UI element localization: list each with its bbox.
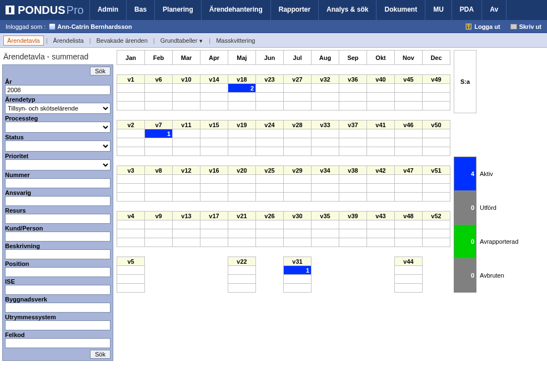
filter-label-utrymmessystem: Utrymmessystem xyxy=(5,314,111,320)
week-cell-v16[interactable]: v16 xyxy=(200,166,228,175)
filter-input-ise[interactable] xyxy=(5,285,111,295)
data-cell-v18-0[interactable]: 2 xyxy=(228,84,256,93)
mainmenu-item-rapporter[interactable]: Rapporter xyxy=(270,0,318,20)
week-cell-v38[interactable]: v38 xyxy=(339,166,367,175)
logout-link[interactable]: ⚿Logga ut xyxy=(465,23,500,31)
week-cell-v11[interactable]: v11 xyxy=(173,120,200,129)
empty-cell xyxy=(256,138,284,147)
week-cell-v1[interactable]: v1 xyxy=(117,75,145,84)
filter-input--rendetyp[interactable]: Tillsyn- och skötselärende xyxy=(5,103,111,114)
filter-input-felkod[interactable] xyxy=(5,338,111,348)
week-cell-v49[interactable]: v49 xyxy=(423,75,450,84)
week-cell-v19[interactable]: v19 xyxy=(228,120,256,129)
empty-cell xyxy=(145,93,173,102)
filter-input-resurs[interactable] xyxy=(5,214,111,224)
subtab-bevakade-renden[interactable]: Bevakade ärenden xyxy=(93,36,150,45)
week-cell-v15[interactable]: v15 xyxy=(200,120,228,129)
week-cell-v47[interactable]: v47 xyxy=(395,166,423,175)
filter-input-byggnadsverk[interactable] xyxy=(5,303,111,313)
data-cell-v7-0[interactable]: 1 xyxy=(145,129,173,138)
week-cell-v25[interactable]: v25 xyxy=(256,166,284,175)
week-cell-v9[interactable]: v9 xyxy=(145,212,173,220)
mainmenu-item-admin[interactable]: Admin xyxy=(89,0,126,20)
week-cell-v6[interactable]: v6 xyxy=(145,75,173,84)
empty-cell xyxy=(173,129,200,138)
filter-input-status[interactable] xyxy=(5,140,111,152)
week-cell-v46[interactable]: v46 xyxy=(395,120,423,129)
week-cell-v35[interactable]: v35 xyxy=(312,212,339,220)
mainmenu-item-bas[interactable]: Bas xyxy=(126,0,154,20)
week-cell-v32[interactable]: v32 xyxy=(312,75,339,84)
subtab-masskvittering[interactable]: Masskvittering xyxy=(213,36,258,45)
week-cell-v27[interactable]: v27 xyxy=(284,75,312,84)
week-cell-v45[interactable]: v45 xyxy=(395,75,423,84)
data-cell-v31-0[interactable]: 1 xyxy=(284,266,312,275)
legend-count-utförd: 0 xyxy=(454,190,476,224)
empty-cell xyxy=(145,147,173,156)
week-cell-v37[interactable]: v37 xyxy=(339,120,367,129)
mainmenu-item-pda[interactable]: PDA xyxy=(451,0,481,20)
week-cell-v48[interactable]: v48 xyxy=(395,212,423,220)
week-cell-v18[interactable]: v18 xyxy=(228,75,256,84)
week-cell-v2[interactable]: v2 xyxy=(117,120,145,129)
week-cell-v28[interactable]: v28 xyxy=(284,120,312,129)
week-cell-v24[interactable]: v24 xyxy=(256,120,284,129)
week-cell-v43[interactable]: v43 xyxy=(367,212,395,220)
week-cell-v17[interactable]: v17 xyxy=(200,212,228,220)
filter-input-prioritet[interactable] xyxy=(5,159,111,170)
filter-input-kund-person[interactable] xyxy=(5,232,111,242)
week-cell-v31[interactable]: v31 xyxy=(284,257,312,266)
week-cell-v23[interactable]: v23 xyxy=(256,75,284,84)
mainmenu-item-mu[interactable]: MU xyxy=(425,0,451,20)
subtab--rendetavla[interactable]: Ärendetavla xyxy=(3,36,44,46)
filter-input--r[interactable] xyxy=(5,85,111,95)
subtab--rendelista[interactable]: Ärendelista xyxy=(50,36,87,45)
week-cell-v8[interactable]: v8 xyxy=(145,166,173,175)
week-cell-v50[interactable]: v50 xyxy=(423,120,450,129)
filter-input-position[interactable] xyxy=(5,267,111,277)
week-cell-v26[interactable]: v26 xyxy=(256,212,284,220)
mainmenu-item--rendehantering[interactable]: Ärendehantering xyxy=(201,0,270,20)
week-cell-v52[interactable]: v52 xyxy=(423,212,450,220)
week-cell-v41[interactable]: v41 xyxy=(367,120,395,129)
search-button-bottom[interactable]: Sök xyxy=(90,350,111,359)
mainmenu-item-av[interactable]: Av xyxy=(481,0,506,20)
mainmenu-item-planering[interactable]: Planering xyxy=(154,0,201,20)
week-cell-v10[interactable]: v10 xyxy=(173,75,200,84)
filter-input-utrymmessystem[interactable] xyxy=(5,320,111,330)
filter-label-ansvarig: Ansvarig xyxy=(5,189,111,196)
search-button-top[interactable]: Sök xyxy=(90,67,111,76)
filter-input-nummer[interactable] xyxy=(5,178,111,188)
mainmenu-item-dokument[interactable]: Dokument xyxy=(376,0,425,20)
week-cell-v4[interactable]: v4 xyxy=(117,212,145,220)
week-cell-v42[interactable]: v42 xyxy=(367,166,395,175)
week-cell-v5[interactable]: v5 xyxy=(117,257,145,266)
week-cell-v3[interactable]: v3 xyxy=(117,166,145,175)
week-cell-v12[interactable]: v12 xyxy=(173,166,200,175)
subtab-grundtabeller[interactable]: Grundtabeller▼ xyxy=(157,36,207,45)
week-cell-v29[interactable]: v29 xyxy=(284,166,312,175)
print-link[interactable]: Skriv ut xyxy=(510,23,541,30)
week-cell-v30[interactable]: v30 xyxy=(284,212,312,220)
week-cell-v36[interactable]: v36 xyxy=(339,75,367,84)
week-cell-v13[interactable]: v13 xyxy=(173,212,200,220)
week-cell-v34[interactable]: v34 xyxy=(312,166,339,175)
week-cell-v14[interactable]: v14 xyxy=(200,75,228,84)
filter-input-processteg[interactable] xyxy=(5,122,111,133)
mainmenu-item-analys-s-k[interactable]: Analys & sök xyxy=(318,0,376,20)
week-cell-v40[interactable]: v40 xyxy=(367,75,395,84)
chevron-down-icon: ▼ xyxy=(198,38,203,44)
week-cell-v33[interactable]: v33 xyxy=(312,120,339,129)
week-cell-v22[interactable]: v22 xyxy=(228,257,256,266)
week-cell-v44[interactable]: v44 xyxy=(395,257,423,266)
empty-cell xyxy=(173,147,200,156)
week-cell-v51[interactable]: v51 xyxy=(423,166,450,175)
week-cell-v21[interactable]: v21 xyxy=(228,212,256,220)
week-cell-v7[interactable]: v7 xyxy=(145,120,173,129)
empty-cell xyxy=(200,129,228,138)
filter-input-ansvarig[interactable] xyxy=(5,196,111,206)
week-cell-v20[interactable]: v20 xyxy=(228,166,256,175)
empty-cell xyxy=(200,102,228,110)
filter-input-beskrivning[interactable] xyxy=(5,249,111,259)
week-cell-v39[interactable]: v39 xyxy=(339,212,367,220)
